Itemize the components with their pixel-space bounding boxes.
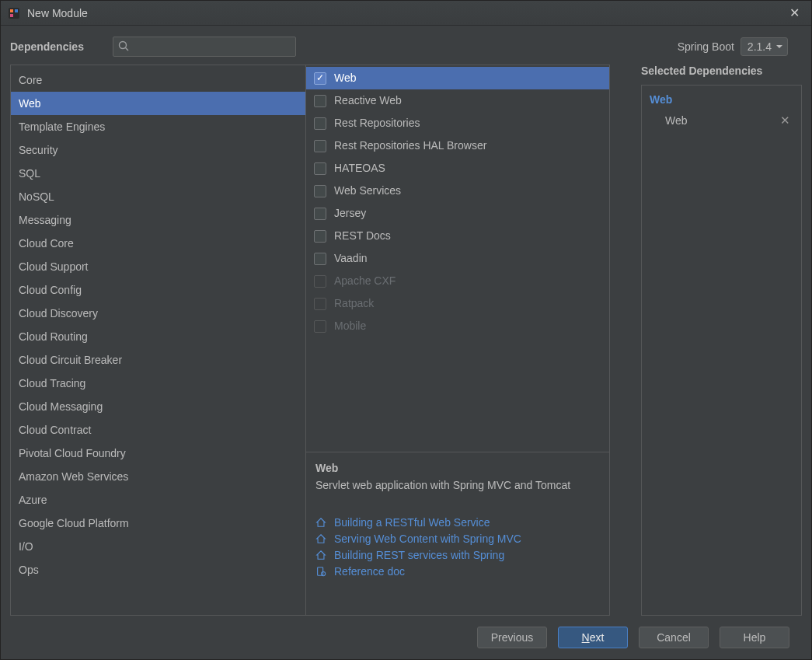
titlebar: New Module ✕	[1, 1, 811, 26]
svg-rect-1	[10, 9, 13, 12]
description-title: Web	[315, 462, 600, 474]
dependency-item: Ratpack	[306, 292, 609, 315]
svg-rect-3	[10, 14, 13, 17]
search-input[interactable]	[113, 37, 296, 57]
dependencies-label: Dependencies	[10, 40, 103, 53]
category-item[interactable]: Cloud Core	[11, 232, 305, 255]
doc-link[interactable]: Building a RESTful Web Service	[334, 516, 490, 529]
dependency-item[interactable]: Rest Repositories	[306, 112, 609, 134]
dependency-item[interactable]: HATEOAS	[306, 157, 609, 180]
category-item[interactable]: Azure	[11, 488, 305, 512]
category-item[interactable]: Cloud Discovery	[11, 302, 305, 325]
doc-link[interactable]: Building REST services with Spring	[334, 549, 504, 561]
doc-link-row: Building a RESTful Web Service	[315, 516, 600, 529]
dependency-checkbox[interactable]	[314, 140, 326, 152]
dependency-item-label: Rest Repositories HAL Browser	[334, 138, 486, 154]
columns: CoreWebTemplate EnginesSecuritySQLNoSQLM…	[10, 65, 802, 616]
dependency-item-label: Rest Repositories	[334, 115, 420, 131]
selected-item: Web✕	[650, 110, 793, 131]
dependency-checkbox[interactable]: ✓	[314, 72, 326, 85]
dependency-item-label: Ratpack	[334, 295, 374, 312]
category-item[interactable]: Template Engines	[11, 115, 305, 138]
category-list[interactable]: CoreWebTemplate EnginesSecuritySQLNoSQLM…	[10, 65, 305, 616]
spring-boot-label: Spring Boot	[678, 40, 734, 53]
selected-column: Selected Dependencies WebWeb✕	[641, 65, 802, 616]
category-item[interactable]: Cloud Config	[11, 278, 305, 302]
dependency-checkbox	[314, 298, 326, 310]
top-row: Dependencies Spring Boot 2.1.4	[10, 37, 802, 65]
category-item[interactable]: Cloud Contract	[11, 418, 305, 442]
dependency-checkbox[interactable]	[314, 208, 326, 220]
category-item[interactable]: Core	[11, 68, 305, 92]
dependency-item[interactable]: Rest Repositories HAL Browser	[306, 134, 609, 157]
dependency-item[interactable]: Web Services	[306, 180, 609, 202]
category-item[interactable]: Google Cloud Platform	[11, 512, 305, 535]
close-icon[interactable]: ✕	[783, 5, 805, 20]
document-icon	[315, 566, 328, 577]
doc-link[interactable]: Reference doc	[334, 565, 405, 578]
description-pane: Web Servlet web application with Spring …	[306, 452, 609, 615]
spring-boot-row: Spring Boot 2.1.4	[678, 37, 802, 56]
description-text: Servlet web application with Spring MVC …	[315, 477, 600, 493]
dependency-checkbox[interactable]	[314, 230, 326, 243]
selected-dependencies-title: Selected Dependencies	[641, 65, 802, 85]
dependency-item-label: Vaadin	[334, 250, 368, 267]
search-icon	[117, 40, 130, 54]
dependency-checkbox[interactable]	[314, 185, 326, 197]
category-item[interactable]: Amazon Web Services	[11, 465, 305, 488]
category-item[interactable]: SQL	[11, 162, 305, 185]
spring-boot-version-select[interactable]: 2.1.4	[741, 37, 788, 56]
category-item[interactable]: Cloud Support	[11, 255, 305, 278]
doc-link[interactable]: Serving Web Content with Spring MVC	[334, 533, 521, 545]
search-wrap	[113, 37, 296, 57]
category-item[interactable]: Cloud Messaging	[11, 395, 305, 418]
dependency-item-label: HATEOAS	[334, 160, 385, 176]
home-icon	[315, 533, 328, 544]
cancel-button[interactable]: Cancel	[639, 627, 709, 648]
doc-link-row: Reference doc	[315, 565, 600, 578]
dependency-list[interactable]: ✓WebReactive WebRest RepositoriesRest Re…	[306, 65, 609, 452]
dependency-item[interactable]: REST Docs	[306, 225, 609, 247]
dependency-item[interactable]: Jersey	[306, 202, 609, 225]
next-button[interactable]: Next	[558, 627, 628, 648]
window-title: New Module	[27, 7, 783, 19]
dependency-item-label: Mobile	[334, 318, 366, 334]
cancel-button-label: Cancel	[657, 631, 691, 644]
dependency-item: Mobile	[306, 315, 609, 337]
description-links: Building a RESTful Web ServiceServing We…	[315, 516, 600, 578]
dependency-checkbox[interactable]	[314, 117, 326, 130]
spring-boot-version-value: 2.1.4	[748, 40, 772, 53]
remove-selected-icon[interactable]: ✕	[780, 113, 793, 127]
dialog-footer: Previous Next Cancel Help	[10, 616, 802, 659]
help-button-label: Help	[744, 631, 766, 644]
home-icon	[315, 550, 328, 560]
dependency-item[interactable]: Vaadin	[306, 247, 609, 270]
selected-item-label: Web	[665, 114, 688, 127]
selected-category: Web	[650, 92, 793, 110]
svg-rect-6	[318, 567, 323, 576]
dependency-item-label: Jersey	[334, 205, 366, 222]
category-item[interactable]: Cloud Circuit Breaker	[11, 348, 305, 372]
category-item[interactable]: Messaging	[11, 208, 305, 232]
category-item[interactable]: Web	[11, 92, 305, 115]
category-item[interactable]: NoSQL	[11, 185, 305, 208]
category-item[interactable]: Pivotal Cloud Foundry	[11, 442, 305, 465]
next-button-label: Next	[582, 631, 605, 644]
help-button[interactable]: Help	[720, 627, 789, 648]
category-item[interactable]: Cloud Tracing	[11, 372, 305, 395]
dependency-column: ✓WebReactive WebRest RepositoriesRest Re…	[305, 65, 610, 616]
category-item[interactable]: Security	[11, 138, 305, 162]
app-icon	[7, 6, 21, 20]
dependency-checkbox[interactable]	[314, 95, 326, 107]
previous-button[interactable]: Previous	[477, 627, 547, 648]
category-item[interactable]: Cloud Routing	[11, 325, 305, 348]
dependency-checkbox[interactable]	[314, 162, 326, 175]
dependency-item-label: Web	[334, 70, 357, 86]
dependency-item[interactable]: ✓Web	[306, 67, 609, 89]
dependency-item-label: REST Docs	[334, 228, 391, 244]
svg-rect-2	[15, 9, 18, 12]
category-item[interactable]: Ops	[11, 558, 305, 581]
dependency-item[interactable]: Reactive Web	[306, 89, 609, 112]
category-item[interactable]: I/O	[11, 535, 305, 558]
dependency-checkbox[interactable]	[314, 253, 326, 265]
